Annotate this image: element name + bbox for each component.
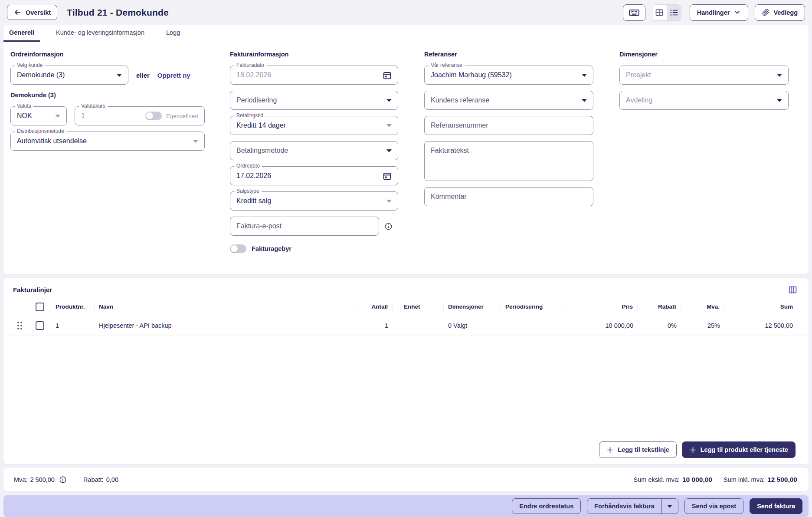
bottom-action-bar: Endre ordrestatus Forhåndsvis faktura Se… bbox=[3, 495, 809, 517]
caret-down-icon bbox=[386, 149, 392, 152]
select-all-checkbox[interactable] bbox=[36, 303, 44, 311]
endre-ordrestatus-button[interactable]: Endre ordrestatus bbox=[512, 498, 581, 514]
table-view-button[interactable] bbox=[652, 5, 667, 20]
salgstype-select[interactable]: Salgstype Kreditt salg bbox=[230, 191, 398, 211]
col-navn: Navn bbox=[95, 303, 354, 311]
fakturadato-field[interactable]: Fakturadato 18.02.2026 bbox=[230, 66, 398, 85]
col-mva: Mva. bbox=[681, 303, 724, 311]
keyboard-shortcuts-button[interactable] bbox=[623, 4, 645, 21]
fakturagebyr-toggle[interactable] bbox=[230, 244, 246, 253]
drag-handle-icon[interactable] bbox=[17, 322, 22, 329]
prosjekt-select[interactable]: Prosjekt bbox=[619, 66, 789, 85]
send-via-epost-button[interactable]: Send via epost bbox=[684, 498, 743, 514]
rabatt-label: Rabatt: bbox=[83, 476, 104, 483]
caret-down-icon bbox=[582, 74, 587, 77]
eller-text: eller bbox=[136, 72, 150, 79]
distribusjonsmetode-select[interactable]: Distribusjonsmetode Automatisk utsendels… bbox=[10, 132, 205, 151]
list-view-icon bbox=[670, 8, 678, 17]
caret-down-icon bbox=[55, 115, 60, 118]
table-row: 1 Hjelpesenter - API backup 1 0 Valgt 10… bbox=[3, 315, 809, 336]
caret-down-icon bbox=[386, 99, 392, 102]
calendar-icon[interactable] bbox=[383, 171, 392, 181]
egendefinert-label: Egendefinert bbox=[166, 113, 198, 119]
velg-kunde-select[interactable]: Velg kunde Demokunde (3) bbox=[10, 66, 128, 85]
caret-down-icon bbox=[582, 99, 587, 102]
column-settings-icon[interactable] bbox=[788, 285, 797, 294]
send-faktura-button[interactable]: Send faktura bbox=[750, 498, 802, 514]
periodisering-placeholder: Periodisering bbox=[236, 96, 382, 104]
info-icon[interactable] bbox=[59, 476, 67, 484]
cell-navn: Hjelpesenter - API backup bbox=[95, 322, 354, 329]
fakturatekst-textarea[interactable] bbox=[424, 141, 593, 181]
var-referanse-select[interactable]: Vår referanse Joachim Marhaug (59532) bbox=[424, 66, 593, 85]
betalingstid-label: Betalingstid bbox=[234, 112, 265, 119]
order-form: Ordreinformasjon Velg kunde Demokunde (3… bbox=[3, 42, 809, 274]
cell-sum: 12 500,00 bbox=[724, 322, 797, 329]
betalingstid-select[interactable]: Betalingstid Kreditt 14 dager bbox=[230, 116, 398, 135]
egendefinert-toggle[interactable] bbox=[145, 112, 162, 120]
valuta-select[interactable]: Valuta NOK bbox=[10, 106, 67, 125]
fakturadato-label: Fakturadato bbox=[234, 62, 266, 68]
list-view-button[interactable] bbox=[667, 5, 681, 20]
plus-icon bbox=[689, 446, 697, 454]
forhandsvis-faktura-split-button: Forhåndsvis faktura bbox=[587, 498, 678, 514]
caret-down-icon bbox=[777, 99, 782, 102]
avdeling-select[interactable]: Avdeling bbox=[619, 91, 789, 110]
valutakurs-field[interactable]: Valutakurs 1 Egendefinert bbox=[75, 106, 205, 125]
arrow-left-icon bbox=[13, 8, 22, 16]
info-icon[interactable] bbox=[384, 222, 393, 231]
totals-bar: Mva: 2 500,00 Rabatt: 0,00 Sum ekskl. mv… bbox=[3, 468, 809, 491]
plus-icon bbox=[606, 446, 614, 454]
kundens-referanse-select[interactable]: Kundens referanse bbox=[424, 91, 593, 110]
caret-down-icon bbox=[386, 124, 392, 127]
tab-kunde-og-leveringsinformasjon[interactable]: Kunde- og leveringsinformasjon bbox=[50, 25, 150, 42]
fakturagebyr-label: Fakturagebyr bbox=[252, 245, 291, 252]
cell-dimensjoner[interactable]: 0 Valgt bbox=[444, 322, 501, 329]
betalingsmetode-select[interactable]: Betalingsmetode bbox=[230, 141, 398, 160]
add-product-button[interactable]: Legg til produkt eller tjeneste bbox=[682, 441, 796, 458]
velg-kunde-label: Velg kunde bbox=[15, 62, 45, 68]
ordredato-field[interactable]: Ordredato 17.02.2026 bbox=[230, 166, 398, 185]
keyboard-icon bbox=[629, 7, 640, 18]
opprett-ny-link[interactable]: Opprett ny bbox=[157, 72, 190, 79]
handlinger-button[interactable]: Handlinger bbox=[690, 4, 749, 21]
row-checkbox[interactable] bbox=[36, 321, 44, 330]
paperclip-icon bbox=[762, 9, 769, 16]
sum-inkl-mva-label: Sum inkl. mva: bbox=[724, 476, 765, 483]
col-periodisering: Periodisering bbox=[501, 303, 566, 311]
col-sum: Sum bbox=[724, 303, 797, 311]
section-dimensjoner: Dimensjoner Prosjekt Avdeling bbox=[619, 51, 789, 253]
table-empty-space bbox=[3, 336, 809, 436]
faktura-epost-input[interactable] bbox=[230, 217, 379, 236]
endre-ordrestatus-label: Endre ordrestatus bbox=[519, 503, 573, 510]
view-mode-toggle bbox=[652, 4, 681, 21]
section-heading: Ordreinformasjon bbox=[10, 51, 204, 58]
valutakurs-value: 1 bbox=[81, 112, 141, 120]
referansenummer-input[interactable] bbox=[424, 116, 593, 135]
vedlegg-button[interactable]: Vedlegg bbox=[755, 4, 805, 21]
prosjekt-placeholder: Prosjekt bbox=[626, 71, 773, 79]
section-heading: Referanser bbox=[424, 51, 593, 58]
distribusjonsmetode-value: Automatisk utsendelse bbox=[17, 137, 189, 145]
fakturalinjer-heading: Fakturalinjer bbox=[13, 286, 52, 293]
section-ordreinformasjon: Ordreinformasjon Velg kunde Demokunde (3… bbox=[10, 51, 204, 253]
salgstype-value: Kreditt salg bbox=[236, 197, 382, 205]
calendar-icon[interactable] bbox=[383, 71, 392, 80]
tab-logg[interactable]: Logg bbox=[160, 25, 186, 42]
valutakurs-label: Valutakurs bbox=[79, 103, 108, 109]
back-button[interactable]: Oversikt bbox=[7, 5, 57, 20]
caret-down-icon bbox=[667, 505, 672, 508]
betalingsmetode-placeholder: Betalingsmetode bbox=[236, 147, 382, 155]
caret-down-icon bbox=[777, 74, 782, 77]
add-text-line-button[interactable]: Legg til tekstlinje bbox=[599, 441, 676, 458]
forhandsvis-faktura-button[interactable]: Forhåndsvis faktura bbox=[587, 499, 661, 514]
forhandsvis-faktura-dropdown[interactable] bbox=[661, 499, 678, 514]
col-dimensjoner: Dimensjoner bbox=[444, 303, 501, 311]
cell-pris: 10 000,00 bbox=[566, 322, 638, 329]
add-product-label: Legg til produkt eller tjeneste bbox=[701, 446, 788, 453]
tab-generell[interactable]: Generell bbox=[3, 25, 40, 42]
section-heading: Fakturainformasjon bbox=[230, 51, 398, 58]
var-referanse-label: Vår referanse bbox=[429, 62, 465, 68]
periodisering-select[interactable]: Periodisering bbox=[230, 91, 398, 110]
kommentar-input[interactable] bbox=[424, 187, 593, 206]
